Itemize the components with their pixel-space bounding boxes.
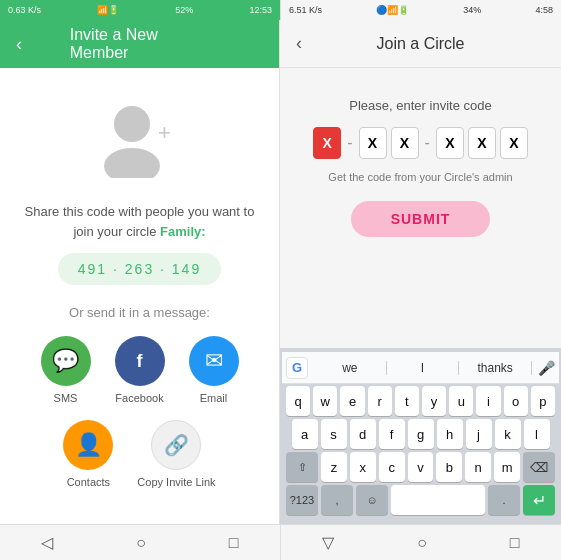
left-time: 12:53 [249, 5, 272, 15]
sms-icon: 💬 [41, 336, 91, 386]
delete-key[interactable]: ⌫ [523, 452, 555, 482]
key-x[interactable]: x [350, 452, 376, 482]
recents-nav-icon[interactable]: □ [229, 534, 239, 552]
svg-point-0 [114, 106, 150, 142]
symbols-key[interactable]: ?123 [286, 485, 318, 515]
key-q[interactable]: q [286, 386, 310, 416]
right-home-nav-icon[interactable]: ○ [417, 534, 427, 552]
keyboard-row-2: a s d f g h j k l [286, 419, 555, 449]
svg-point-1 [104, 148, 160, 178]
key-f[interactable]: f [379, 419, 405, 449]
code-sep-1: - [347, 134, 352, 152]
key-l[interactable]: l [524, 419, 550, 449]
back-nav-icon[interactable]: ◁ [41, 533, 53, 552]
left-icons: 📶🔋 [97, 5, 119, 15]
invite-code-display: 491 · 263 · 149 [58, 253, 221, 285]
right-back-button[interactable]: ‹ [296, 33, 302, 54]
period-key[interactable]: . [488, 485, 520, 515]
email-icon: ✉ [189, 336, 239, 386]
key-n[interactable]: n [465, 452, 491, 482]
key-k[interactable]: k [495, 419, 521, 449]
home-nav-icon[interactable]: ○ [136, 534, 146, 552]
left-header: ‹ Invite a New Member [0, 20, 279, 68]
facebook-icon: f [115, 336, 165, 386]
code-box-2[interactable]: X [359, 127, 387, 159]
facebook-share-option[interactable]: f Facebook [115, 336, 165, 404]
left-battery: 52% [175, 5, 193, 15]
contacts-icon: 👤 [63, 420, 113, 470]
left-back-button[interactable]: ‹ [16, 34, 22, 55]
suggestion-i[interactable]: I [387, 361, 460, 375]
keyboard-suggestions-row: G we I thanks 🎤 [282, 352, 559, 384]
right-battery: 34% [463, 5, 481, 15]
person-plus-icon: + [100, 98, 180, 178]
keyboard-row-3: ⇧ z x c v b n m ⌫ [286, 452, 555, 482]
avatar-container: + [100, 98, 180, 182]
key-g[interactable]: g [408, 419, 434, 449]
right-recents-nav-icon[interactable]: □ [510, 534, 520, 552]
mic-icon[interactable]: 🎤 [538, 360, 555, 376]
copy-link-label: Copy Invite Link [137, 476, 215, 488]
space-key[interactable] [391, 485, 485, 515]
emoji-key[interactable]: ☺ [356, 485, 388, 515]
key-e[interactable]: e [340, 386, 364, 416]
key-z[interactable]: z [321, 452, 347, 482]
keyboard-row-1: q w e r t y u i o p [286, 386, 555, 416]
facebook-label: Facebook [115, 392, 163, 404]
right-panel-title: Join a Circle [376, 35, 464, 53]
comma-key[interactable]: , [321, 485, 353, 515]
key-o[interactable]: o [504, 386, 528, 416]
copy-link-option[interactable]: 🔗 Copy Invite Link [137, 420, 215, 488]
share-description: Share this code with people you want to … [16, 202, 263, 241]
right-nav-bar: ▽ ○ □ [280, 524, 561, 560]
code-box-6[interactable]: X [500, 127, 528, 159]
key-b[interactable]: b [436, 452, 462, 482]
key-j[interactable]: j [466, 419, 492, 449]
share-options-row1: 💬 SMS f Facebook ✉ Email [41, 336, 239, 404]
enter-key[interactable]: ↵ [523, 485, 555, 515]
left-panel-content: + Share this code with people you want t… [0, 68, 279, 524]
code-box-5[interactable]: X [468, 127, 496, 159]
key-r[interactable]: r [368, 386, 392, 416]
contacts-share-option[interactable]: 👤 Contacts [63, 420, 113, 488]
key-s[interactable]: s [321, 419, 347, 449]
or-message-text: Or send it in a message: [69, 305, 210, 320]
key-t[interactable]: t [395, 386, 419, 416]
invite-code-input-row[interactable]: X - X X - X X X [313, 127, 528, 159]
nav-bars: ◁ ○ □ ▽ ○ □ [0, 524, 561, 560]
right-icons: 🔵📶🔋 [376, 5, 409, 15]
key-m[interactable]: m [494, 452, 520, 482]
key-v[interactable]: v [408, 452, 434, 482]
suggestion-thanks[interactable]: thanks [459, 361, 532, 375]
code-box-1[interactable]: X [313, 127, 341, 159]
right-speed: 6.51 K/s [289, 5, 322, 15]
left-nav-bar: ◁ ○ □ [0, 524, 280, 560]
key-a[interactable]: a [292, 419, 318, 449]
key-i[interactable]: i [476, 386, 500, 416]
sms-label: SMS [54, 392, 78, 404]
left-speed: 0.63 K/s [8, 5, 41, 15]
keyboard: G we I thanks 🎤 q w e r t y u i o [280, 348, 561, 524]
key-w[interactable]: w [313, 386, 337, 416]
key-d[interactable]: d [350, 419, 376, 449]
code-sep-2: - [425, 134, 430, 152]
svg-text:+: + [158, 120, 171, 145]
shift-key[interactable]: ⇧ [286, 452, 318, 482]
key-u[interactable]: u [449, 386, 473, 416]
email-share-option[interactable]: ✉ Email [189, 336, 239, 404]
code-box-4[interactable]: X [436, 127, 464, 159]
keyboard-row-4: ?123 , ☺ . ↵ [286, 485, 555, 515]
keyboard-rows: q w e r t y u i o p a s d f g [282, 384, 559, 520]
right-back-nav-icon[interactable]: ▽ [322, 533, 334, 552]
suggestion-we[interactable]: we [314, 361, 387, 375]
copy-link-icon: 🔗 [151, 420, 201, 470]
key-h[interactable]: h [437, 419, 463, 449]
key-y[interactable]: y [422, 386, 446, 416]
right-time: 4:58 [535, 5, 553, 15]
key-c[interactable]: c [379, 452, 405, 482]
code-hint-text: Get the code from your Circle's admin [328, 171, 512, 183]
submit-button[interactable]: SUBMIT [351, 201, 491, 237]
sms-share-option[interactable]: 💬 SMS [41, 336, 91, 404]
key-p[interactable]: p [531, 386, 555, 416]
code-box-3[interactable]: X [391, 127, 419, 159]
